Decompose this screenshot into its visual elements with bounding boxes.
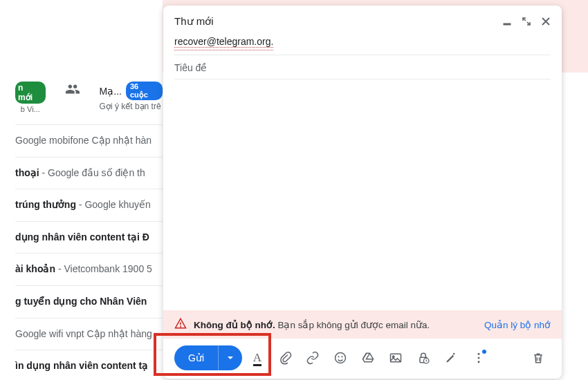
more-options-icon[interactable] xyxy=(466,345,491,370)
tab-social[interactable] xyxy=(65,82,80,99)
mail-row[interactable]: ìn dụng nhân viên content tạ xyxy=(15,350,163,380)
compose-header: Thư mới xyxy=(163,6,562,35)
drive-icon[interactable] xyxy=(356,345,380,370)
svg-rect-0 xyxy=(504,23,511,25)
tab-social-detail[interactable]: Mạ... 36 cuộc Gợi ý kết bạn trê xyxy=(100,82,163,111)
notification-dot xyxy=(482,350,486,354)
mail-list: Google mobifone Cập nhật hàn thoại - Goo… xyxy=(0,112,163,380)
confidential-mode-icon[interactable] xyxy=(411,345,436,370)
attach-file-icon[interactable] xyxy=(273,345,297,370)
svg-point-2 xyxy=(181,326,181,327)
svg-point-4 xyxy=(338,357,339,357)
mail-row[interactable]: dụng nhân viên content tại Đ xyxy=(15,222,163,254)
mail-list-column: n mới b Vi... Mạ... 36 cuộc Gợi ý kết bạ… xyxy=(0,0,163,380)
svg-point-10 xyxy=(478,353,480,355)
minimize-icon[interactable] xyxy=(502,17,512,26)
emoji-icon[interactable] xyxy=(328,345,353,370)
subject-input[interactable] xyxy=(174,62,551,73)
svg-point-12 xyxy=(478,361,480,363)
mail-row[interactable]: Google wifi vnpt Cập nhật hàng xyxy=(15,319,163,351)
discard-draft-icon[interactable] xyxy=(526,345,551,370)
mail-row[interactable]: trúng thưởng - Google khuyến xyxy=(15,189,163,222)
storage-warning-bar: Không đủ bộ nhớ. Bạn sắp không gửi được … xyxy=(163,310,562,339)
insert-signature-icon[interactable] xyxy=(439,345,463,370)
fullscreen-icon[interactable] xyxy=(522,17,531,26)
people-icon xyxy=(65,82,80,99)
send-button-group: Gửi xyxy=(174,345,242,370)
social-subtitle: Gợi ý kết bạn trê xyxy=(100,102,163,111)
mail-row[interactable]: Google mobifone Cập nhật hàn xyxy=(15,124,163,158)
mail-row[interactable]: ài khoản - Vietcombank 1900 5 xyxy=(15,254,163,286)
svg-point-11 xyxy=(478,357,480,359)
mail-row[interactable]: g tuyển dụng cho Nhân Viên xyxy=(15,286,163,319)
compose-window: Thư mới recover@telegram.org. Không đủ b… xyxy=(163,6,562,379)
category-tabs: n mới b Vi... Mạ... 36 cuộc Gợi ý kết bạ… xyxy=(0,82,163,112)
social-name: Mạ... xyxy=(100,86,122,97)
svg-point-5 xyxy=(342,357,342,357)
svg-point-3 xyxy=(336,353,346,363)
insert-link-icon[interactable] xyxy=(300,345,325,370)
formatting-icon[interactable]: A xyxy=(245,345,270,370)
mail-row[interactable]: thoại - Google đầu số điện th xyxy=(15,158,163,190)
close-icon[interactable] xyxy=(541,17,551,26)
compose-toolbar: Gửi A xyxy=(163,339,562,379)
subject-field-wrap xyxy=(174,55,551,79)
send-button[interactable]: Gửi xyxy=(174,345,218,370)
promo-subtitle: b Vi... xyxy=(21,105,40,113)
warning-text: Không đủ bộ nhớ. Bạn sắp không gửi được … xyxy=(194,319,477,330)
send-options-dropdown[interactable] xyxy=(219,345,242,370)
to-field[interactable]: recover@telegram.org. xyxy=(174,36,273,50)
tab-promotions[interactable]: n mới b Vi... xyxy=(15,82,46,113)
insert-image-icon[interactable] xyxy=(383,345,408,370)
social-count-badge: 36 cuộc xyxy=(126,82,163,100)
warning-triangle-icon xyxy=(174,317,187,332)
compose-body[interactable] xyxy=(163,79,562,310)
promo-badge: n mới xyxy=(15,82,46,104)
manage-storage-link[interactable]: Quản lý bộ nhớ xyxy=(484,319,551,330)
compose-title: Thư mới xyxy=(174,15,214,28)
